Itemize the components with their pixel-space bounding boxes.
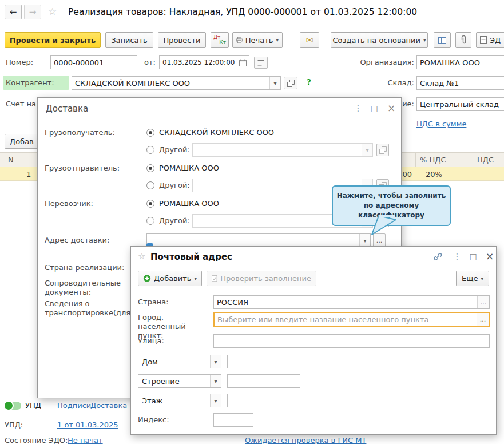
country-select-button[interactable]: ...: [477, 296, 489, 308]
building-type-select[interactable]: Строение ▾: [138, 374, 221, 388]
gis-mt-link[interactable]: Ожидается проверка в ГИС МТ: [245, 436, 366, 444]
create-based-on-button[interactable]: Создать на основании ▾: [331, 32, 428, 48]
contractor-open-button[interactable]: [284, 77, 297, 89]
signatures-link[interactable]: Подписи: [57, 401, 91, 410]
house-number-input[interactable]: [228, 358, 300, 366]
post-button[interactable]: Провести: [158, 32, 206, 48]
street-field[interactable]: [213, 334, 490, 348]
menu-dots-icon[interactable]: ⋮: [352, 104, 364, 113]
contractor-dropdown-button[interactable]: ▾: [269, 77, 280, 89]
consignee-other-open-button[interactable]: [376, 144, 389, 156]
organization-field[interactable]: [416, 56, 504, 69]
dt-kt-button[interactable]: Дт Кт: [211, 32, 229, 48]
ellipsis-icon: ...: [480, 316, 486, 323]
consignee-other-dropdown-button[interactable]: ▾: [362, 144, 372, 156]
floor-type-dropdown-button[interactable]: ▾: [210, 394, 221, 407]
shipper-other-radio[interactable]: [146, 181, 154, 189]
related-documents-button[interactable]: [434, 32, 451, 48]
date-field[interactable]: [159, 56, 249, 69]
chevron-down-icon: ▾: [273, 80, 276, 86]
building-number-input[interactable]: [228, 377, 300, 386]
building-type-dropdown-button[interactable]: ▾: [210, 375, 221, 387]
add-button[interactable]: Добавить ▾: [138, 271, 202, 286]
floor-number-field[interactable]: [227, 394, 300, 407]
postcode-input[interactable]: [214, 416, 253, 425]
consignee-other-field[interactable]: ▾: [192, 143, 373, 157]
paperclip-icon: [460, 35, 467, 45]
house-type-dropdown-button[interactable]: ▾: [210, 355, 221, 368]
postcode-field[interactable]: [213, 413, 253, 427]
close-icon[interactable]: ×: [484, 251, 495, 262]
number-input[interactable]: [51, 58, 137, 67]
column-header-vat-percent[interactable]: % НДС: [420, 156, 446, 164]
warehouse-field[interactable]: [416, 76, 504, 90]
ellipsis-icon: ...: [481, 299, 487, 306]
department-input[interactable]: [417, 100, 504, 109]
country-field[interactable]: ...: [213, 295, 490, 309]
realization-document-window: ← → ☆ Реализация товаров: Накладная, УПД…: [0, 0, 504, 444]
add-row-button[interactable]: Добав: [5, 134, 41, 149]
calendar-icon[interactable]: [239, 59, 249, 66]
date-input[interactable]: [160, 58, 239, 66]
floor-number-input[interactable]: [228, 397, 300, 405]
carrier-other-label: Другой:: [159, 216, 190, 225]
more-button[interactable]: Еще ▾: [456, 271, 489, 286]
organization-input[interactable]: [417, 58, 504, 67]
chevron-down-icon: ▾: [423, 37, 426, 43]
post-and-close-button[interactable]: Провести и закрыть: [5, 32, 101, 48]
shipper-same-radio[interactable]: [146, 164, 154, 172]
maximize-icon[interactable]: □: [368, 104, 380, 113]
contractor-field[interactable]: ▾: [72, 76, 281, 90]
send-email-button[interactable]: ✉: [300, 32, 319, 48]
delivery-address-input[interactable]: [147, 236, 359, 245]
city-field[interactable]: ...: [213, 312, 490, 327]
print-button[interactable]: Печать ▾: [232, 32, 283, 48]
city-input[interactable]: [215, 315, 477, 324]
get-link-icon[interactable]: [433, 252, 443, 263]
carrier-other-radio[interactable]: [146, 217, 154, 225]
menu-dots-icon[interactable]: ⋮: [451, 252, 463, 261]
house-type-select[interactable]: Дом ▾: [138, 355, 221, 368]
carrier-value: РОМАШКА ООО: [159, 199, 219, 208]
edo-state-link[interactable]: Не начат: [68, 436, 103, 444]
warehouse-label: Склад:: [366, 78, 414, 87]
house-number-field[interactable]: [227, 355, 300, 368]
building-type-value: Строение: [138, 377, 210, 386]
date-from-label: от:: [144, 58, 156, 66]
department-field[interactable]: [416, 97, 504, 111]
column-header-vat[interactable]: НДС: [477, 156, 494, 164]
kt-icon: Кт: [219, 40, 226, 45]
close-icon[interactable]: ×: [386, 102, 397, 114]
favorite-star-icon[interactable]: ☆: [48, 6, 57, 17]
upd-toggle[interactable]: [4, 402, 21, 410]
maximize-icon[interactable]: □: [467, 252, 479, 261]
country-input[interactable]: [214, 298, 477, 307]
city-classifier-button[interactable]: ...: [477, 313, 489, 326]
floor-type-select[interactable]: Этаж ▾: [138, 394, 221, 407]
vat-mode-link[interactable]: НДС в сумме: [416, 120, 466, 128]
carrier-same-radio[interactable]: [146, 200, 154, 208]
show-register-button[interactable]: [254, 57, 268, 69]
write-button[interactable]: Записать: [105, 32, 153, 48]
warehouse-input[interactable]: [417, 79, 504, 88]
consignee-other-input[interactable]: [193, 146, 362, 154]
attachments-button[interactable]: [455, 32, 471, 48]
window-title: Реализация товаров: Накладная, УПД 0000-…: [68, 7, 417, 17]
upd-doc-link[interactable]: 1 от 01.03.2025: [57, 421, 118, 429]
forward-button[interactable]: →: [24, 5, 41, 19]
back-button[interactable]: ←: [5, 5, 22, 19]
street-input[interactable]: [214, 337, 489, 346]
help-icon[interactable]: ?: [307, 77, 311, 86]
delivery-link[interactable]: Доставка: [90, 401, 127, 410]
contractor-input[interactable]: [72, 79, 269, 88]
building-number-field[interactable]: [227, 374, 300, 388]
consignee-same-radio[interactable]: [146, 129, 154, 137]
consignee-other-radio[interactable]: [146, 146, 154, 154]
number-field[interactable]: [50, 56, 137, 69]
delivery-address-field[interactable]: ▾: [146, 233, 371, 247]
favorite-star-icon[interactable]: ☆: [138, 251, 145, 261]
edo-button[interactable]: ЭД: [476, 32, 504, 48]
check-fill-button[interactable]: Проверить заполнение: [207, 271, 316, 286]
envelope-icon: ✉: [306, 35, 313, 45]
column-header-n[interactable]: N: [8, 156, 14, 164]
